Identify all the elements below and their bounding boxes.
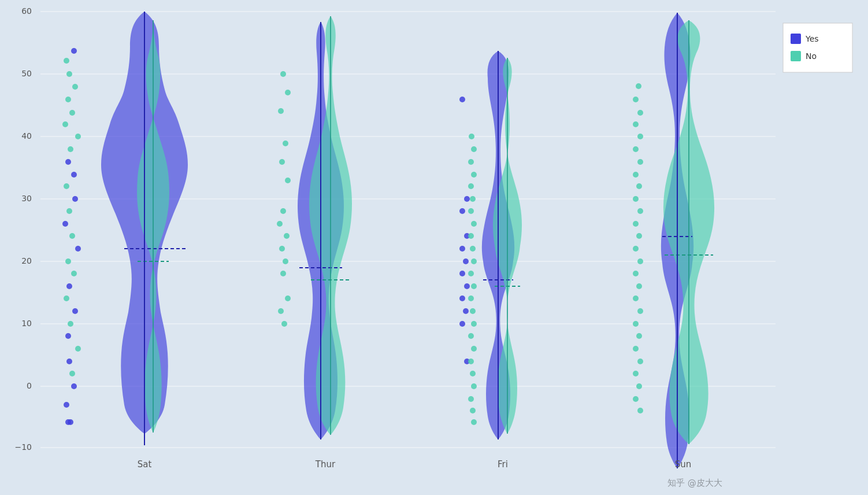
dot (278, 108, 284, 114)
dot (280, 271, 286, 276)
dot (64, 183, 69, 189)
dot (637, 208, 643, 214)
dot (62, 221, 68, 227)
dot (637, 308, 643, 314)
dot (468, 183, 474, 189)
dot (280, 71, 286, 77)
dot (65, 333, 71, 339)
dot (468, 359, 474, 364)
dot (283, 141, 288, 146)
dot (279, 246, 285, 252)
dot (633, 97, 639, 102)
y-label-40: 40 (21, 131, 32, 141)
dot (636, 383, 642, 389)
dot (459, 295, 465, 301)
dot (468, 208, 474, 214)
chart-svg: 60 50 40 30 20 10 0 −10 (0, 0, 868, 495)
dot (75, 134, 81, 139)
dot (75, 246, 81, 252)
dot (471, 383, 477, 389)
dot (68, 321, 73, 327)
x-label-thur: Thur (315, 459, 336, 470)
dot (463, 308, 469, 314)
dot (470, 408, 476, 413)
legend-no-label: No (806, 51, 817, 61)
x-label-fri: Fri (498, 459, 508, 470)
dot (471, 146, 477, 152)
dot (633, 295, 639, 301)
y-label-10: 10 (21, 319, 32, 328)
dot (637, 408, 643, 413)
dot (470, 371, 476, 376)
y-label-neg10: −10 (14, 442, 32, 452)
dot (464, 196, 470, 202)
dot (637, 134, 643, 139)
legend-yes-label: Yes (805, 34, 819, 43)
dot (459, 97, 465, 102)
dot (633, 121, 639, 127)
dot (633, 196, 639, 202)
dot (636, 333, 642, 339)
dot (459, 246, 465, 252)
dot (636, 233, 642, 239)
dot (636, 183, 642, 189)
dot (468, 159, 474, 165)
dot (64, 295, 69, 301)
dot (285, 178, 291, 183)
dot (66, 71, 72, 77)
dot (71, 271, 77, 276)
svg-rect-25 (783, 23, 852, 72)
svg-rect-26 (791, 34, 801, 44)
dot (284, 233, 290, 239)
y-label-30: 30 (21, 194, 32, 203)
svg-rect-27 (791, 51, 801, 61)
dot (633, 346, 639, 352)
dot (633, 396, 639, 402)
dot (468, 295, 474, 301)
dot (69, 371, 75, 376)
dot (69, 233, 75, 239)
chart-container: 60 50 40 30 20 10 0 −10 (0, 0, 868, 495)
dot (65, 258, 71, 264)
dot (72, 196, 78, 202)
x-label-sun: Sun (675, 459, 692, 470)
dot (459, 321, 465, 327)
dot (285, 90, 291, 95)
y-label-0: 0 (27, 381, 32, 390)
dot (468, 271, 474, 276)
dot (65, 97, 71, 102)
dot (68, 146, 73, 152)
dot (66, 359, 72, 364)
dot (637, 159, 643, 165)
dot (71, 383, 77, 389)
dot (62, 121, 68, 127)
dot (72, 84, 78, 90)
dot (633, 271, 639, 276)
dot (633, 146, 639, 152)
dot (69, 110, 75, 116)
dot (471, 419, 477, 425)
dot (633, 221, 639, 227)
dot (281, 321, 287, 327)
dot (285, 295, 291, 301)
dot (280, 208, 286, 214)
dot (464, 283, 470, 289)
dot (468, 396, 474, 402)
dot (468, 333, 474, 339)
dot (633, 321, 639, 327)
dot (65, 419, 71, 425)
y-label-50: 50 (21, 69, 32, 78)
x-label-sat: Sat (138, 459, 152, 470)
dot (283, 258, 288, 264)
dot (71, 48, 77, 54)
dot (636, 83, 641, 89)
dot (633, 172, 639, 178)
dot (636, 283, 642, 289)
watermark: 知乎 @皮大大 (667, 478, 722, 488)
y-label-20: 20 (21, 256, 32, 265)
y-label-60: 60 (21, 6, 32, 16)
dot (637, 258, 643, 264)
dot (66, 283, 72, 289)
dot (463, 258, 469, 264)
dot (633, 371, 639, 376)
